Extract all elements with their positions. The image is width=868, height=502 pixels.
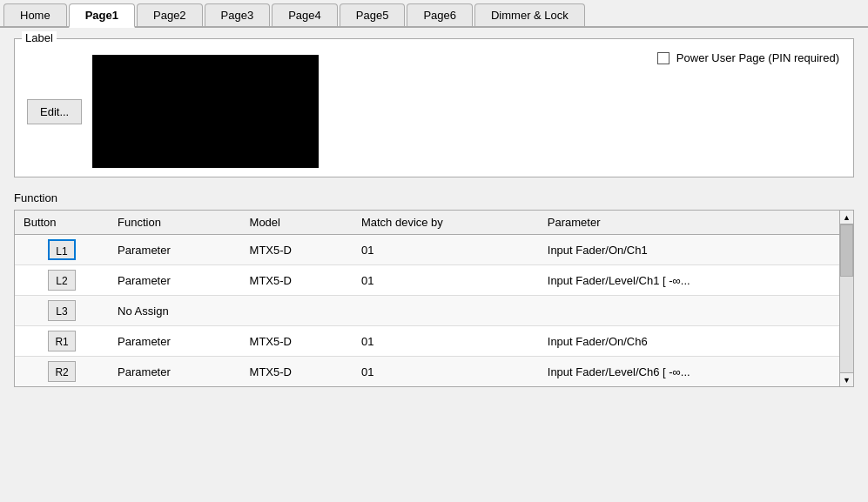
cell-button[interactable]: R2 (15, 357, 109, 387)
col-match-device: Match device by (353, 211, 539, 235)
cell-button[interactable]: L1 (15, 235, 109, 265)
scrollbar-thumb[interactable] (840, 224, 853, 277)
edit-button[interactable]: Edit... (27, 99, 82, 124)
cell-parameter: Input Fader/Level/Ch6 [ -∞... (539, 357, 839, 387)
cell-model: MTX5-D (241, 357, 353, 387)
cell-match: 01 (353, 357, 539, 387)
tab-page2[interactable]: Page2 (137, 3, 203, 26)
table-row[interactable]: L2 Parameter MTX5-D 01 Input Fader/Level… (15, 265, 839, 296)
table-row[interactable]: L1 Parameter MTX5-D 01 Input Fader/On/Ch… (15, 235, 839, 265)
cell-function: Parameter (109, 265, 240, 296)
row-button[interactable]: L3 (48, 300, 76, 321)
power-user-row: Power User Page (PIN required) (657, 51, 839, 64)
col-function: Function (109, 211, 240, 235)
tab-page1[interactable]: Page1 (69, 3, 135, 28)
cell-function: No Assign (109, 296, 240, 326)
scroll-up-button[interactable]: ▲ (840, 211, 853, 224)
function-section-title: Function (14, 191, 854, 204)
tab-page3[interactable]: Page3 (205, 3, 271, 26)
cell-button[interactable]: L2 (15, 265, 109, 296)
cell-button[interactable]: R1 (15, 326, 109, 357)
col-button: Button (15, 211, 109, 235)
cell-model (241, 296, 353, 326)
label-preview (92, 55, 319, 168)
col-model: Model (241, 211, 353, 235)
tab-page4[interactable]: Page4 (272, 3, 338, 26)
col-parameter: Parameter (539, 211, 839, 235)
function-table-wrapper: Button Function Model Match device by Pa… (14, 210, 854, 387)
function-table: Button Function Model Match device by Pa… (15, 211, 839, 386)
row-button[interactable]: L1 (48, 239, 76, 260)
main-content: Label Power User Page (PIN required) Edi… (0, 28, 868, 398)
label-inner: Edit... (27, 55, 319, 168)
cell-match: 01 (353, 326, 539, 357)
label-section-title: Label (22, 31, 57, 44)
cell-match (353, 296, 539, 326)
cell-function: Parameter (109, 235, 240, 265)
cell-button[interactable]: L3 (15, 296, 109, 326)
tab-home[interactable]: Home (3, 3, 67, 26)
cell-parameter: Input Fader/On/Ch1 (539, 235, 839, 265)
scrollbar[interactable]: ▲ ▼ (839, 211, 853, 386)
tab-page5[interactable]: Page5 (340, 3, 406, 26)
table-header-row: Button Function Model Match device by Pa… (15, 211, 839, 235)
table-inner: Button Function Model Match device by Pa… (15, 211, 839, 386)
table-row[interactable]: R1 Parameter MTX5-D 01 Input Fader/On/Ch… (15, 326, 839, 357)
power-user-checkbox[interactable] (657, 52, 670, 64)
row-button[interactable]: R2 (48, 361, 76, 382)
table-row[interactable]: L3 No Assign (15, 296, 839, 326)
cell-function: Parameter (109, 326, 240, 357)
label-section: Label Power User Page (PIN required) Edi… (14, 38, 854, 177)
cell-model: MTX5-D (241, 265, 353, 296)
tab-bar: Home Page1 Page2 Page3 Page4 Page5 Page6… (0, 0, 868, 28)
power-user-label: Power User Page (PIN required) (676, 51, 839, 64)
scroll-down-button[interactable]: ▼ (840, 372, 853, 386)
row-button[interactable]: R1 (48, 331, 76, 351)
tab-dimmer-lock[interactable]: Dimmer & Lock (474, 3, 585, 26)
scrollbar-track[interactable] (840, 224, 853, 372)
cell-model: MTX5-D (241, 235, 353, 265)
table-row[interactable]: R2 Parameter MTX5-D 01 Input Fader/Level… (15, 357, 839, 387)
cell-function: Parameter (109, 357, 240, 387)
cell-match: 01 (353, 265, 539, 296)
cell-parameter (539, 296, 839, 326)
cell-parameter: Input Fader/Level/Ch1 [ -∞... (539, 265, 839, 296)
function-section: Function Button Function Model Match dev… (14, 191, 854, 387)
row-button[interactable]: L2 (48, 270, 76, 291)
cell-model: MTX5-D (241, 326, 353, 357)
cell-match: 01 (353, 235, 539, 265)
tab-page6[interactable]: Page6 (407, 3, 473, 26)
cell-parameter: Input Fader/On/Ch6 (539, 326, 839, 357)
